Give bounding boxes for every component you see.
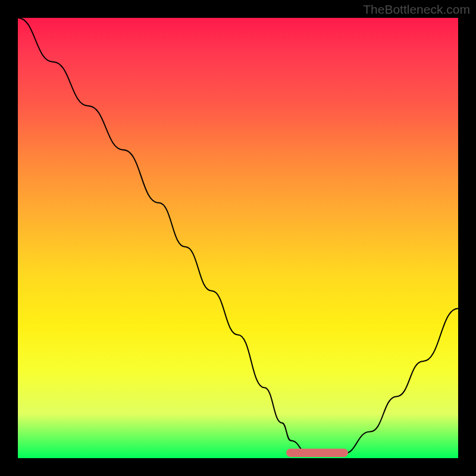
watermark-text: TheBottleneck.com <box>363 2 470 17</box>
optimal-range-highlight <box>286 449 348 457</box>
bottleneck-curve-path <box>18 18 458 456</box>
curve-svg <box>18 18 458 458</box>
chart-plot-area <box>18 18 458 458</box>
